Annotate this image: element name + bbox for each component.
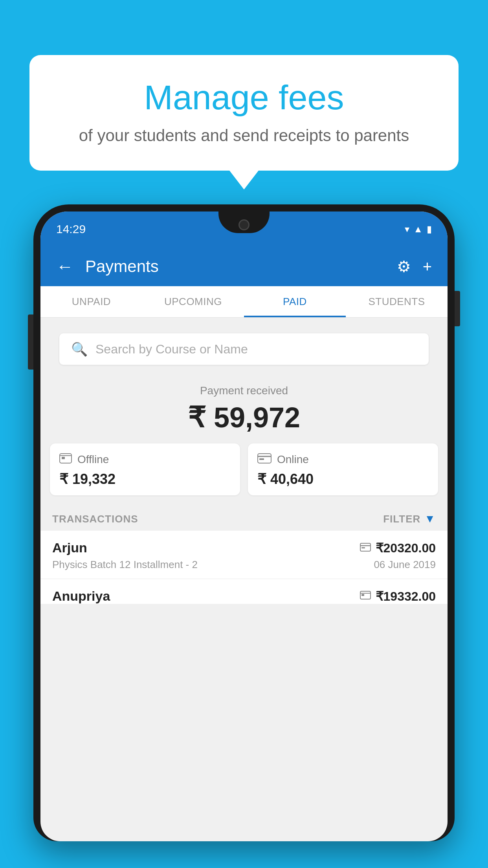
transaction-partial-top: Anupriya ₹19332.00	[52, 588, 436, 604]
transaction-name: Anupriya	[52, 588, 110, 604]
offline-icon	[59, 453, 72, 466]
svg-rect-1	[62, 457, 65, 459]
transactions-header: TRANSACTIONS FILTER ▼	[40, 505, 448, 531]
tabs-bar: UNPAID UPCOMING PAID STUDENTS	[40, 286, 448, 318]
offline-amount: ₹ 19,332	[59, 471, 231, 487]
speech-bubble-container: Manage fees of your students and send re…	[29, 55, 459, 171]
phone-screen: 14:29 ▾ ▲ ▮ ← Payments ⚙ +	[40, 211, 448, 841]
search-placeholder: Search by Course or Name	[95, 342, 248, 357]
notch-cutout	[218, 211, 270, 233]
table-row[interactable]: Anupriya ₹19332.00	[40, 579, 448, 604]
svg-rect-6	[360, 543, 371, 551]
transaction-amount-wrap: ₹20320.00	[360, 541, 436, 555]
status-time: 14:29	[56, 223, 86, 236]
phone-mockup: 14:29 ▾ ▲ ▮ ← Payments ⚙ +	[33, 204, 455, 868]
svg-rect-8	[361, 547, 365, 548]
tab-upcoming[interactable]: UPCOMING	[142, 286, 244, 317]
back-button[interactable]: ←	[56, 257, 73, 276]
filter-button[interactable]: FILTER ▼	[383, 513, 436, 525]
tab-unpaid[interactable]: UNPAID	[40, 286, 142, 317]
add-icon[interactable]: +	[423, 258, 432, 276]
transactions-label: TRANSACTIONS	[52, 513, 138, 525]
transaction-date: 06 June 2019	[374, 559, 436, 571]
payment-cards: Offline ₹ 19,332	[50, 443, 438, 495]
tab-students[interactable]: STUDENTS	[346, 286, 448, 317]
payment-total-amount: ₹ 59,972	[50, 401, 438, 434]
tab-paid[interactable]: PAID	[244, 286, 346, 317]
svg-rect-0	[60, 454, 72, 463]
page-title: Payments	[85, 257, 385, 276]
offline-label: Offline	[77, 453, 109, 466]
bubble-title: Manage fees	[61, 79, 427, 117]
transaction-name: Arjun	[52, 540, 87, 555]
header-icons: ⚙ +	[397, 257, 432, 276]
status-icons: ▾ ▲ ▮	[405, 224, 432, 235]
search-icon: 🔍	[71, 341, 88, 357]
online-icon	[257, 453, 272, 466]
offline-payment-icon	[360, 590, 371, 602]
filter-icon: ▼	[424, 513, 436, 525]
camera-dot	[238, 219, 250, 230]
online-label: Online	[277, 453, 309, 466]
payment-summary: Payment received ₹ 59,972	[40, 373, 448, 505]
filter-label: FILTER	[383, 513, 420, 525]
wifi-icon: ▾	[405, 224, 409, 235]
svg-rect-5	[259, 458, 264, 460]
search-bar[interactable]: 🔍 Search by Course or Name	[59, 333, 429, 365]
offline-payment-card: Offline ₹ 19,332	[50, 443, 240, 495]
bubble-subtitle: of your students and send receipts to pa…	[61, 126, 427, 145]
status-bar: 14:29 ▾ ▲ ▮	[40, 211, 448, 247]
table-row[interactable]: Arjun ₹20320.00	[40, 531, 448, 579]
speech-bubble: Manage fees of your students and send re…	[29, 55, 459, 171]
transaction-list: Arjun ₹20320.00	[40, 531, 448, 604]
transaction-amount-wrap: ₹19332.00	[360, 589, 436, 604]
battery-icon: ▮	[427, 224, 432, 235]
app-header: ← Payments ⚙ +	[40, 247, 448, 286]
signal-icon: ▲	[413, 224, 423, 235]
transaction-row-bottom: Physics Batch 12 Installment - 2 06 June…	[52, 559, 436, 571]
payment-received-label: Payment received	[50, 384, 438, 397]
transaction-amount: ₹20320.00	[376, 541, 436, 555]
online-payment-icon	[360, 542, 371, 554]
phone-outer: 14:29 ▾ ▲ ▮ ← Payments ⚙ +	[33, 204, 455, 841]
online-payment-card: Online ₹ 40,640	[248, 443, 438, 495]
settings-icon[interactable]: ⚙	[397, 257, 411, 276]
transaction-course: Physics Batch 12 Installment - 2	[52, 559, 198, 571]
transaction-amount: ₹19332.00	[376, 589, 436, 604]
online-amount: ₹ 40,640	[257, 471, 429, 487]
transaction-row-top: Arjun ₹20320.00	[52, 540, 436, 555]
online-card-header: Online	[257, 453, 429, 466]
svg-rect-10	[361, 594, 364, 596]
offline-card-header: Offline	[59, 453, 231, 466]
